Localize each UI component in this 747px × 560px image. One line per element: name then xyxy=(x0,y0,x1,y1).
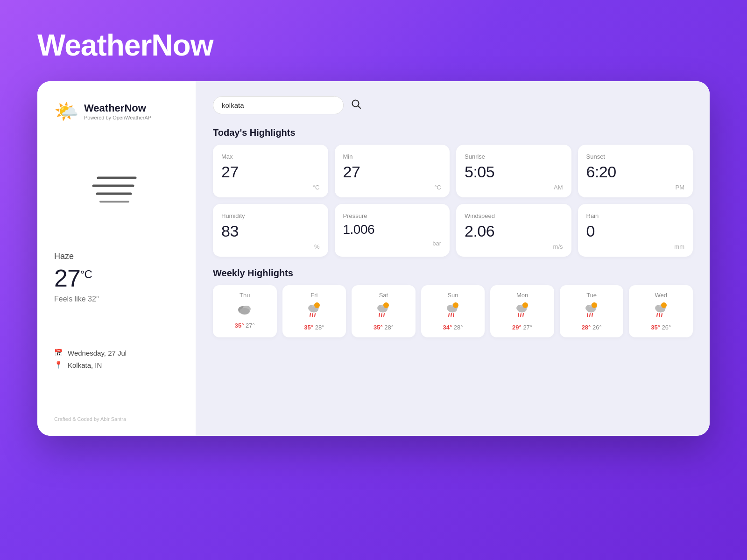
highlight-rain-value: 0 xyxy=(586,222,685,240)
highlight-windspeed: Windspeed 2.06 m/s xyxy=(456,204,571,257)
svg-line-50 xyxy=(662,314,662,316)
highlight-sunset-value: 6:20 xyxy=(586,163,685,181)
highlight-rain-label: Rain xyxy=(586,212,685,219)
fri-icon xyxy=(306,302,323,320)
left-panel: 🌤️ WeatherNow Powered by OpenWeatherAPI xyxy=(37,81,196,436)
svg-line-34 xyxy=(518,314,519,316)
tue-label: Tue xyxy=(586,292,597,299)
highlight-max: Max 27 °C xyxy=(213,145,328,197)
highlight-max-value: 27 xyxy=(221,163,320,181)
sun-temps: 34° 28° xyxy=(443,324,463,331)
footer-credit: Crafted & Coded by Abir Santra xyxy=(54,416,126,422)
feels-like: Feels like 32° xyxy=(54,295,179,303)
svg-point-40 xyxy=(592,302,597,308)
svg-line-35 xyxy=(521,314,521,316)
haze-weather-icon xyxy=(89,166,145,208)
highlight-windspeed-value: 2.06 xyxy=(465,222,563,240)
fri-label: Fri xyxy=(310,292,317,299)
search-button[interactable] xyxy=(349,97,363,113)
svg-line-49 xyxy=(659,314,660,316)
weather-condition: Haze xyxy=(54,252,179,261)
location-row: 📍 Kolkata, IN xyxy=(54,361,179,369)
fri-temps: 35° 28° xyxy=(304,324,324,331)
sun-label: Sun xyxy=(447,292,458,299)
svg-line-5 xyxy=(358,106,360,108)
highlight-sunset: Sunset 6:20 PM xyxy=(578,145,693,197)
highlight-sunrise-unit: AM xyxy=(465,184,563,191)
sat-label: Sat xyxy=(379,292,388,299)
highlight-humidity: Humidity 83 % xyxy=(213,204,328,257)
svg-line-41 xyxy=(587,314,588,316)
svg-line-43 xyxy=(592,314,592,316)
date-location: 📅 Wednesday, 27 Jul 📍 Kolkata, IN xyxy=(54,349,179,373)
wed-icon xyxy=(653,302,669,320)
weekly-mon: Mon 29° 27° xyxy=(490,285,554,337)
current-location: Kolkata, IN xyxy=(68,361,102,369)
highlights-grid: Max 27 °C Min 27 °C Sunrise 5:05 AM Suns… xyxy=(213,145,693,257)
logo-name: WeatherNow xyxy=(84,102,153,114)
search-input[interactable] xyxy=(213,96,344,114)
weekly-wed: Wed 35° 26° xyxy=(629,285,693,337)
weekly-title: Weekly Highlights xyxy=(213,268,693,279)
right-panel: Today's Highlights Max 27 °C Min 27 °C S… xyxy=(196,81,710,436)
svg-line-22 xyxy=(384,314,384,316)
weekly-grid: Thu 35° 27° Fri xyxy=(213,285,693,337)
highlight-sunset-label: Sunset xyxy=(586,153,685,160)
highlight-pressure-label: Pressure xyxy=(343,212,442,219)
highlight-sunrise: Sunrise 5:05 AM xyxy=(456,145,571,197)
tue-icon xyxy=(583,302,600,320)
wed-temps: 35° 26° xyxy=(651,324,671,331)
logo-name-regular: Weather xyxy=(84,102,124,114)
wed-label: Wed xyxy=(655,292,667,299)
svg-point-33 xyxy=(522,302,528,308)
highlight-humidity-unit: % xyxy=(221,243,320,250)
highlight-windspeed-label: Windspeed xyxy=(465,212,563,219)
thu-temps: 35° 27° xyxy=(235,322,255,329)
svg-point-8 xyxy=(240,308,250,315)
highlights-title: Today's Highlights xyxy=(213,127,693,138)
svg-line-13 xyxy=(310,314,310,316)
current-date: Wednesday, 27 Jul xyxy=(68,349,127,357)
haze-svg xyxy=(89,166,145,208)
sat-icon xyxy=(375,302,392,320)
svg-point-26 xyxy=(453,302,458,308)
thu-label: Thu xyxy=(240,292,250,299)
logo-text: WeatherNow Powered by OpenWeatherAPI xyxy=(84,102,153,120)
search-icon xyxy=(351,99,361,109)
weekly-sat: Sat 35° 28° xyxy=(352,285,416,337)
highlight-sunset-unit: PM xyxy=(586,184,685,191)
highlight-pressure: Pressure 1.006 bar xyxy=(335,204,450,257)
weekly-sun: Sun 34° 28° xyxy=(421,285,485,337)
weekly-section: Weekly Highlights Thu 35° 27° xyxy=(213,268,693,337)
weekly-fri: Fri 35° 28° xyxy=(282,285,346,337)
mon-icon xyxy=(514,302,531,320)
highlight-max-label: Max xyxy=(221,153,320,160)
tue-temps: 28° 26° xyxy=(582,324,602,331)
svg-line-29 xyxy=(453,314,454,316)
sun-icon xyxy=(444,302,461,320)
logo-subtitle: Powered by OpenWeatherAPI xyxy=(84,115,153,120)
highlight-min-unit: °C xyxy=(343,184,442,191)
weather-info: Haze 27°C Feels like 32° xyxy=(54,252,179,303)
search-bar xyxy=(213,96,693,114)
highlights-section: Today's Highlights Max 27 °C Min 27 °C S… xyxy=(213,127,693,257)
sun-logo-icon: 🌤️ xyxy=(54,100,78,123)
highlight-humidity-value: 83 xyxy=(221,222,320,240)
highlight-pressure-unit: bar xyxy=(343,240,442,247)
current-temperature: 27°C xyxy=(54,264,179,292)
svg-line-21 xyxy=(381,314,382,316)
thu-icon xyxy=(236,302,253,318)
weekly-tue: Tue 28° 26° xyxy=(560,285,624,337)
highlight-rain: Rain 0 mm xyxy=(578,204,693,257)
svg-point-19 xyxy=(383,302,389,308)
svg-line-14 xyxy=(312,314,313,316)
highlight-windspeed-unit: m/s xyxy=(465,243,563,250)
weather-icon-area xyxy=(54,166,179,208)
date-row: 📅 Wednesday, 27 Jul xyxy=(54,349,179,357)
main-card: 🌤️ WeatherNow Powered by OpenWeatherAPI xyxy=(37,81,710,436)
highlight-pressure-value: 1.006 xyxy=(343,222,442,237)
logo-name-bold: Now xyxy=(124,102,146,114)
mon-label: Mon xyxy=(516,292,528,299)
highlight-sunrise-value: 5:05 xyxy=(465,163,563,181)
logo-section: 🌤️ WeatherNow Powered by OpenWeatherAPI xyxy=(54,100,153,123)
